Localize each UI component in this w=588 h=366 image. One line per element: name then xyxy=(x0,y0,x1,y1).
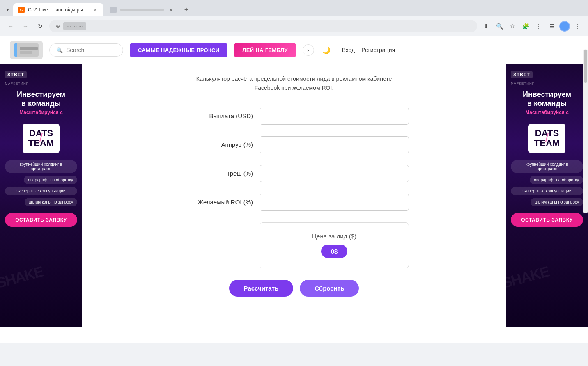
gambling-promo-button[interactable]: ЛЕЙ НА ГЕМБЛУ xyxy=(234,43,296,57)
download-icon[interactable]: ⬇ xyxy=(480,21,492,32)
ad-logo-sub-right: МАРКЕТИНГ xyxy=(511,82,534,85)
browser-toolbar: ← → ↻ ⊕ ··· ··· ··· ⬇ 🔍 ☆ 🧩 ⋮ ☰ ⋮ xyxy=(0,16,588,36)
result-box: Цена за лид ($) 0$ xyxy=(260,222,409,268)
tab-close-cpalive[interactable]: ✕ xyxy=(92,7,99,13)
ad-headline-right: Инвестируем в команды xyxy=(523,90,571,108)
tab-bar: ▾ C CPA Live — инсайды рынка ✕ ✕ + xyxy=(0,0,588,16)
ad-headline-line1-right: Инвестируем xyxy=(523,90,571,98)
page-content: 🔍 САМЫЕ НАДЕЖНЫЕ ПРОКСИ ЛЕЙ НА ГЕМБЛУ › … xyxy=(0,36,588,343)
ad-tags-left: крупнейший холдинг в арбитраже овердрафт… xyxy=(5,160,77,206)
tab-close-2[interactable]: ✕ xyxy=(168,7,174,13)
label-roi: Желаемый ROI (%) xyxy=(179,199,253,206)
ad-tag1-right: крупнейший холдинг в арбитраже xyxy=(511,160,583,173)
input-trash[interactable] xyxy=(260,165,409,182)
proxies-promo-button[interactable]: САМЫЕ НАДЕЖНЫЕ ПРОКСИ xyxy=(130,43,227,57)
menu-icon[interactable]: ⋮ xyxy=(533,21,544,32)
ad-dats-logo-inner-left: DATS TEAM / xyxy=(28,128,54,148)
search-icon: 🔍 xyxy=(56,47,63,53)
bookmark-icon[interactable]: ☆ xyxy=(507,21,518,32)
new-tab-button[interactable]: + xyxy=(181,4,192,16)
ad-top-logo-right: STBET xyxy=(511,71,533,78)
tab-title-cpalive: CPA Live — инсайды рынка xyxy=(28,7,89,13)
ad-headline-line2-right: в команды xyxy=(527,99,567,108)
tab-title-2 xyxy=(120,9,164,11)
calculator-description: Калькулятор расчёта предельной стоимости… xyxy=(187,74,401,93)
site-header: 🔍 САМЫЕ НАДЕЖНЫЕ ПРОКСИ ЛЕЙ НА ГЕМБЛУ › … xyxy=(0,36,588,64)
more-nav-button[interactable]: › xyxy=(303,44,314,56)
scrollbar[interactable] xyxy=(583,49,588,213)
ad-logo-sub-left: МАРКЕТИНГ xyxy=(5,82,28,85)
ad-dats-text-left: DATS TEAM / xyxy=(28,128,54,148)
address-bar[interactable]: ⊕ ··· ··· ··· xyxy=(49,20,477,32)
register-link[interactable]: Регистрация xyxy=(361,47,395,53)
ad-top-logo-left: STBET xyxy=(5,71,27,78)
scrollbar-thumb[interactable] xyxy=(584,50,587,83)
input-approv[interactable] xyxy=(260,136,409,153)
site-logo xyxy=(10,41,43,59)
ad-headline-pink-right: Масштабируйся с xyxy=(525,110,569,115)
label-approv: Аппрув (%) xyxy=(179,141,253,148)
ad-dats-logo-right: DATS TEAM / xyxy=(528,124,565,153)
ad-sidebar-left: SHAKE STBET МАРКЕТИНГ Инвестируем в кома… xyxy=(0,64,82,343)
ad-sidebar-right: SHAKE STBET МАРКЕТИНГ Инвестируем в кома… xyxy=(506,64,588,343)
ad-banner-right[interactable]: SHAKE STBET МАРКЕТИНГ Инвестируем в кома… xyxy=(506,64,588,327)
tab-2[interactable]: ✕ xyxy=(105,3,179,16)
ad-dats-text-right: DATS TEAM / xyxy=(534,128,560,148)
browser-chrome: ▾ C CPA Live — инсайды рынка ✕ ✕ + ← → ↻… xyxy=(0,0,588,36)
form-row-payout: Выплата (USD) xyxy=(179,108,409,125)
ad-headline-line2-left: в команды xyxy=(21,99,61,108)
ad-headline-left: Инвестируем в команды xyxy=(17,90,65,108)
extensions-icon[interactable]: 🧩 xyxy=(520,21,531,32)
more-menu-icon[interactable]: ⋮ xyxy=(572,21,583,32)
ad-dats-logo-inner-right: DATS TEAM / xyxy=(534,128,560,148)
ad-tag1-left: крупнейший холдинг в арбитраже xyxy=(5,160,77,173)
tab-cpalive[interactable]: C CPA Live — инсайды рынка ✕ xyxy=(13,3,103,16)
calculator-form: Выплата (USD) Аппрув (%) Треш (%) Желаем… xyxy=(179,108,409,297)
calculate-button[interactable]: Рассчитать xyxy=(229,280,294,297)
label-payout: Выплата (USD) xyxy=(179,112,253,119)
input-roi[interactable] xyxy=(260,194,409,211)
ad-logo-badge-right: STBET xyxy=(511,71,533,78)
ad-watermark-left: SHAKE xyxy=(0,263,45,292)
center-content: Калькулятор расчёта предельной стоимости… xyxy=(82,64,506,343)
ad-watermark-right: SHAKE xyxy=(506,263,551,292)
customize-icon[interactable]: ☰ xyxy=(546,21,558,32)
tab-expander[interactable]: ▾ xyxy=(3,6,11,14)
chevron-right-icon: › xyxy=(307,47,309,53)
ad-logo-badge-left: STBET xyxy=(5,71,27,78)
search-input[interactable] xyxy=(66,47,115,53)
zoom-icon[interactable]: 🔍 xyxy=(494,21,505,32)
label-trash: Треш (%) xyxy=(179,170,253,177)
result-label: Цена за лид ($) xyxy=(270,233,399,240)
ad-logo-text-right: STBET xyxy=(513,72,530,77)
logo-blue-bar xyxy=(14,43,17,57)
back-button[interactable]: ← xyxy=(5,21,16,32)
form-row-approv: Аппрув (%) xyxy=(179,136,409,153)
form-row-roi: Желаемый ROI (%) xyxy=(179,194,409,211)
reset-button[interactable]: Сбросить xyxy=(300,280,359,297)
search-bar[interactable]: 🔍 xyxy=(49,43,123,57)
main-content: SHAKE STBET МАРКЕТИНГ Инвестируем в кома… xyxy=(0,64,588,343)
login-link[interactable]: Вход xyxy=(342,47,355,53)
address-text: ··· ··· ··· xyxy=(63,22,86,30)
ad-cta-right[interactable]: ОСТАВИТЬ ЗАЯВКУ xyxy=(511,213,583,227)
profile-avatar-inner xyxy=(560,22,569,31)
ad-banner-left[interactable]: SHAKE STBET МАРКЕТИНГ Инвестируем в кома… xyxy=(0,64,82,327)
profile-avatar[interactable] xyxy=(559,21,570,32)
tab-favicon-cpalive: C xyxy=(18,7,25,13)
ad-dats-logo-left: DATS TEAM / xyxy=(23,124,60,153)
ad-tag4-right: анлим капы по запросу xyxy=(531,198,583,206)
result-value: 0$ xyxy=(321,245,348,258)
reload-button[interactable]: ↻ xyxy=(34,21,46,32)
ad-tags-right: крупнейший холдинг в арбитраже овердрафт… xyxy=(511,160,583,206)
ad-cta-left[interactable]: ОСТАВИТЬ ЗАЯВКУ xyxy=(5,213,77,227)
ad-logo-text-left: STBET xyxy=(7,72,24,77)
input-payout[interactable] xyxy=(260,108,409,125)
address-security-icon: ⊕ xyxy=(56,23,60,29)
ad-headline-line1-left: Инвестируем xyxy=(17,90,65,98)
ad-tag2-left: овердрафт на оборотку xyxy=(24,176,77,184)
form-actions: Рассчитать Сбросить xyxy=(179,280,409,297)
forward-button[interactable]: → xyxy=(20,21,31,32)
dats-slash-left: / xyxy=(39,132,43,144)
theme-toggle-icon[interactable]: 🌙 xyxy=(322,46,331,54)
